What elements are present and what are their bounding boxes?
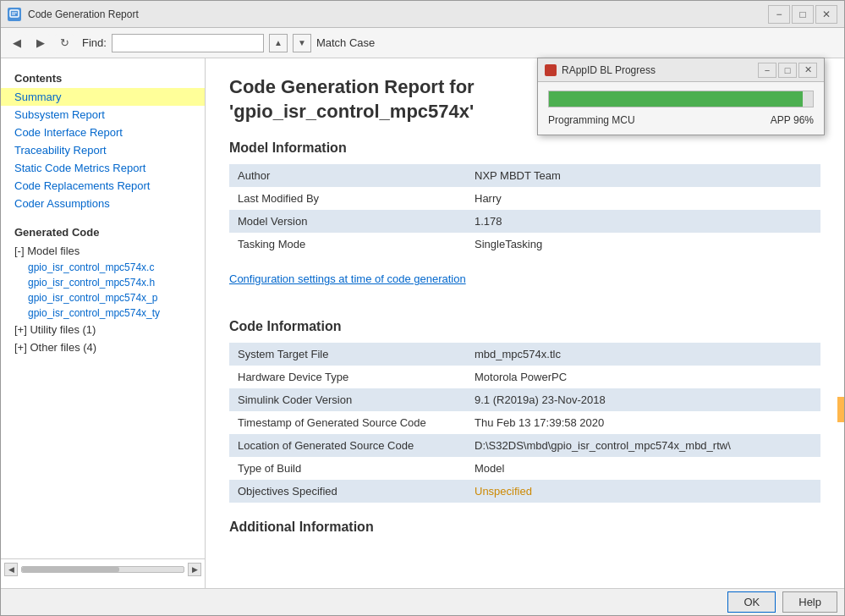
- table-cell-label: Author: [229, 164, 466, 187]
- table-cell-label: Hardware Device Type: [229, 366, 466, 388]
- utility-files-toggle[interactable]: [+] Utility files (1): [1, 321, 205, 338]
- scrollbar-thumb: [22, 567, 119, 572]
- progress-content: Programming MCU APP 96%: [538, 82, 824, 135]
- main-content: Code Generation Report for 'gpio_isr_con…: [206, 58, 844, 588]
- table-cell-label: Simulink Coder Version: [229, 388, 466, 411]
- table-cell-label: Tasking Mode: [229, 233, 466, 256]
- table-cell-label: Location of Generated Source Code: [229, 434, 466, 457]
- progress-value: APP 96%: [771, 114, 814, 126]
- maximize-button[interactable]: □: [792, 5, 814, 24]
- model-file-3[interactable]: gpio_isr_control_mpc574x_ty: [1, 305, 205, 321]
- table-cell-value: Unspecified: [466, 480, 820, 503]
- progress-window-controls: − □ ✕: [758, 63, 817, 78]
- sidebar-item-code-replacements[interactable]: Code Replacements Report: [1, 177, 205, 195]
- generated-code-heading: Generated Code: [1, 223, 205, 242]
- sidebar-item-coder-assumptions[interactable]: Coder Assumptions: [1, 195, 205, 212]
- progress-maximize-button[interactable]: □: [778, 63, 797, 78]
- table-row: Objectives Specified Unspecified: [229, 480, 820, 503]
- table-row: Tasking Mode SingleTasking: [229, 233, 820, 256]
- refresh-button[interactable]: ↻: [55, 34, 74, 52]
- table-cell-value: Thu Feb 13 17:39:58 2020: [466, 411, 820, 434]
- table-cell-label: Type of Build: [229, 457, 466, 480]
- svg-rect-0: [10, 10, 19, 17]
- title-bar: Code Generation Report − □ ✕: [1, 1, 844, 28]
- table-cell-label: Objectives Specified: [229, 480, 466, 503]
- other-files-toggle[interactable]: [+] Other files (4): [1, 338, 205, 356]
- table-cell-value: Model: [466, 457, 820, 480]
- table-row: Model Version 1.178: [229, 210, 820, 233]
- model-file-1[interactable]: gpio_isr_control_mpc574x.h: [1, 275, 205, 290]
- progress-bar-container: [548, 91, 814, 107]
- minimize-button[interactable]: −: [768, 5, 790, 24]
- progress-window-title: RAppID BL Progress: [562, 64, 753, 76]
- additional-info-heading: Additional Information: [229, 520, 820, 535]
- progress-window: RAppID BL Progress − □ ✕ Programming MCU…: [537, 58, 825, 135]
- table-cell-value: Harry: [466, 187, 820, 210]
- progress-label-row: Programming MCU APP 96%: [548, 114, 814, 126]
- table-cell-value: D:\S32DS\mbd\gpio_isr_control_mpc574x_mb…: [466, 434, 820, 457]
- model-info-heading: Model Information: [229, 140, 820, 156]
- config-link[interactable]: Configuration settings at time of code g…: [229, 272, 466, 285]
- table-row: System Target File mbd_mpc574x.tlc: [229, 343, 820, 366]
- progress-title-bar: RAppID BL Progress − □ ✕: [538, 58, 824, 82]
- sidebar-item-static-code[interactable]: Static Code Metrics Report: [1, 159, 205, 177]
- table-cell-label: Timestamp of Generated Source Code: [229, 411, 466, 434]
- table-cell-value: NXP MBDT Team: [466, 164, 820, 187]
- find-input[interactable]: [112, 34, 264, 52]
- table-cell-label: Model Version: [229, 210, 466, 233]
- sidebar-item-subsystem-report[interactable]: Subsystem Report: [1, 106, 205, 124]
- find-down-button[interactable]: ▼: [293, 34, 311, 52]
- progress-label: Programming MCU: [548, 114, 635, 126]
- table-row: Author NXP MBDT Team: [229, 164, 820, 187]
- scroll-indicator: [837, 397, 844, 422]
- match-case-label: Match Case: [316, 36, 375, 49]
- scrollbar-left[interactable]: ◀: [4, 563, 18, 576]
- generated-code-section: Generated Code [-] Model files gpio_isr_…: [1, 223, 205, 356]
- ok-button[interactable]: OK: [727, 591, 776, 613]
- code-info-heading: Code Information: [229, 319, 820, 334]
- table-cell-value: 1.178: [466, 210, 820, 233]
- find-up-button[interactable]: ▲: [269, 34, 288, 52]
- contents-heading: Contents: [1, 67, 205, 88]
- app-icon: [8, 8, 21, 21]
- table-row: Simulink Coder Version 9.1 (R2019a) 23-N…: [229, 388, 820, 411]
- window-title: Code Generation Report: [28, 8, 761, 20]
- scrollbar-track[interactable]: [21, 566, 184, 573]
- table-cell-value: Motorola PowerPC: [466, 366, 820, 388]
- model-file-2[interactable]: gpio_isr_control_mpc574x_p: [1, 290, 205, 305]
- content-area: Contents Summary Subsystem Report Code I…: [1, 58, 844, 588]
- model-file-0[interactable]: gpio_isr_control_mpc574x.c: [1, 260, 205, 275]
- close-button[interactable]: ✕: [815, 5, 837, 24]
- table-row: Location of Generated Source Code D:\S32…: [229, 434, 820, 457]
- find-label: Find:: [82, 36, 107, 49]
- sidebar-item-summary[interactable]: Summary: [1, 88, 205, 106]
- table-cell-value: mbd_mpc574x.tlc: [466, 343, 820, 366]
- window-controls: − □ ✕: [768, 5, 837, 24]
- progress-bar-fill: [549, 91, 803, 107]
- progress-close-button[interactable]: ✕: [798, 63, 817, 78]
- scrollbar-right[interactable]: ▶: [188, 563, 201, 576]
- table-cell-value: SingleTasking: [466, 233, 820, 256]
- progress-minimize-button[interactable]: −: [758, 63, 776, 78]
- table-row: Last Modified By Harry: [229, 187, 820, 210]
- toolbar: ◀ ▶ ↻ Find: ▲ ▼ Match Case: [1, 28, 844, 58]
- sidebar-scrollbar: ◀ ▶: [1, 558, 205, 580]
- progress-app-icon: [545, 64, 557, 76]
- table-row: Timestamp of Generated Source Code Thu F…: [229, 411, 820, 434]
- table-cell-label: Last Modified By: [229, 187, 466, 210]
- sidebar-item-traceability[interactable]: Traceability Report: [1, 141, 205, 159]
- sidebar-item-code-interface[interactable]: Code Interface Report: [1, 124, 205, 141]
- sidebar: Contents Summary Subsystem Report Code I…: [1, 58, 206, 588]
- table-row: Type of Build Model: [229, 457, 820, 480]
- status-bar: OK Help: [1, 588, 844, 615]
- table-cell-label: System Target File: [229, 343, 466, 366]
- table-row: Hardware Device Type Motorola PowerPC: [229, 366, 820, 388]
- back-button[interactable]: ◀: [8, 34, 26, 52]
- model-info-table: Author NXP MBDT Team Last Modified By Ha…: [229, 164, 820, 256]
- model-files-toggle[interactable]: [-] Model files: [1, 242, 205, 260]
- code-info-table: System Target File mbd_mpc574x.tlc Hardw…: [229, 343, 820, 503]
- forward-button[interactable]: ▶: [31, 34, 50, 52]
- help-button[interactable]: Help: [782, 591, 837, 613]
- table-cell-value: 9.1 (R2019a) 23-Nov-2018: [466, 388, 820, 411]
